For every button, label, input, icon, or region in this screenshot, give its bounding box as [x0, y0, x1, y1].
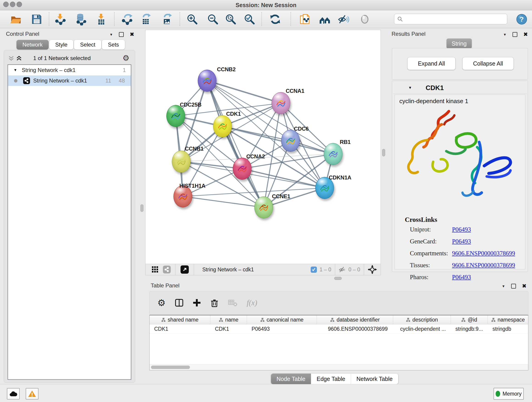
panel-maximize-icon[interactable] [119, 32, 124, 37]
zoom-in-button[interactable] [186, 13, 199, 26]
network-tree-child-row[interactable]: String Network – cdk1 11 48 [8, 75, 131, 86]
column-header-namespace[interactable]: namespace [488, 315, 528, 324]
zoom-selected-button[interactable] [243, 13, 256, 26]
panel-float-icon[interactable]: ▼ [503, 32, 507, 36]
compartments-link[interactable]: 9606.ENSP00000378699 [452, 250, 515, 257]
horizontal-scrollbar[interactable] [150, 364, 528, 370]
network-node-rb1[interactable] [324, 143, 342, 165]
column-header-name[interactable]: name [210, 315, 247, 324]
protein-ribbon-thumb [176, 156, 187, 167]
column-header-canonical-name[interactable]: canonical name [247, 315, 317, 324]
network-node-ccna2[interactable] [233, 158, 252, 180]
network-node-label-ccne1: CCNE1 [272, 193, 290, 200]
tab-network-table[interactable]: Network Table [351, 374, 398, 384]
pharos-link[interactable]: P06493 [452, 274, 471, 281]
import-table-button[interactable] [94, 13, 108, 26]
hide-selected-button[interactable] [337, 13, 350, 26]
zoom-fit-button[interactable] [224, 13, 237, 26]
cell-shared-name[interactable]: CDK1 [150, 324, 210, 333]
tab-edge-table[interactable]: Edge Table [311, 374, 351, 384]
right-splitter-handle[interactable] [382, 149, 385, 156]
network-tree-root-row[interactable]: ▼ String Network – cdk1 1 [8, 65, 131, 75]
tab-select[interactable]: Select [74, 40, 101, 50]
network-node-ccnb2[interactable] [198, 70, 216, 92]
clone-network-button[interactable] [298, 13, 311, 26]
selected-nodes-checkbox[interactable] [311, 267, 317, 273]
open-session-button[interactable] [9, 13, 22, 26]
cell-database-identifier[interactable]: 9606.ENSP00000378699 [317, 324, 393, 333]
search-input[interactable] [403, 16, 507, 22]
tab-string[interactable]: String [447, 38, 472, 49]
zoom-out-button[interactable] [206, 13, 220, 26]
table-options-gear-icon[interactable]: ⚙ [157, 298, 166, 307]
genecard-link[interactable]: P06493 [452, 238, 471, 245]
help-button[interactable]: ? [515, 13, 528, 26]
cloud-status-button[interactable] [7, 388, 20, 400]
view-toolbar-separator [194, 264, 194, 275]
expand-all-button[interactable]: Expand All [407, 57, 456, 70]
refresh-button[interactable] [268, 13, 282, 26]
export-table-button[interactable] [139, 13, 152, 26]
network-options-gear-icon[interactable]: ⚙ [123, 53, 129, 63]
network-node-ccnb1[interactable] [172, 151, 191, 172]
scrollbar-thumb[interactable] [151, 366, 190, 369]
search-field[interactable] [394, 14, 507, 24]
delete-column-icon[interactable] [210, 298, 219, 307]
network-node-ccne1[interactable] [254, 196, 273, 218]
panel-float-icon[interactable]: ▼ [109, 32, 113, 36]
tissues-link[interactable]: 9606.ENSP00000378699 [452, 262, 515, 269]
column-header-database-identifier[interactable]: database identifier [317, 315, 393, 324]
search-icon [397, 16, 403, 22]
cell-canonical-name[interactable]: P06493 [247, 324, 317, 333]
column-header-id[interactable]: @id [451, 315, 488, 324]
memory-button[interactable]: Memory [494, 388, 524, 400]
collapse-all-icon[interactable] [8, 56, 14, 61]
horizontal-splitter-handle[interactable] [334, 277, 342, 280]
home-button[interactable] [318, 13, 331, 26]
panel-close-icon[interactable]: ✖ [130, 31, 134, 38]
grid-view-icon[interactable] [152, 266, 159, 273]
show-columns-icon[interactable] [175, 298, 184, 307]
tree-expander-icon[interactable]: ▼ [13, 68, 17, 72]
fit-selected-crosshair-icon[interactable] [368, 265, 377, 274]
tab-style[interactable]: Style [49, 40, 73, 50]
import-network-from-database-button[interactable] [74, 13, 87, 26]
tab-network[interactable]: Network [17, 40, 49, 50]
cell-id[interactable]: stringdb:9... [451, 324, 488, 333]
selected-node-edge-counts: 1 – 0 [320, 267, 331, 273]
column-header-shared-name[interactable]: shared name [150, 315, 210, 324]
tab-sets[interactable]: Sets [102, 40, 125, 50]
panel-float-icon[interactable]: ▼ [502, 284, 505, 288]
panel-close-icon[interactable]: ✖ [523, 31, 528, 38]
string-view-icon[interactable] [163, 266, 171, 274]
panel-maximize-icon[interactable] [511, 284, 516, 288]
export-network-button[interactable] [120, 13, 134, 26]
table-row[interactable]: CDK1 CDK1 P06493 9606.ENSP00000378699 cy… [150, 324, 528, 334]
left-splitter-handle[interactable] [140, 204, 143, 212]
network-node-cdc6[interactable] [281, 130, 300, 152]
export-image-button[interactable] [160, 13, 174, 26]
add-column-icon[interactable] [193, 299, 201, 307]
show-all-button[interactable] [358, 13, 371, 26]
warnings-button[interactable] [26, 388, 38, 400]
cell-name[interactable]: CDK1 [210, 324, 247, 333]
collapse-all-button[interactable]: Collapse All [462, 57, 514, 70]
tab-node-table[interactable]: Node Table [271, 374, 311, 384]
entry-expander-icon[interactable]: ▼ [408, 86, 412, 90]
expand-all-icon[interactable] [16, 56, 22, 61]
network-node-cdc25b[interactable] [166, 105, 185, 127]
save-session-button[interactable] [30, 13, 43, 26]
network-node-cdk1[interactable] [213, 115, 232, 137]
network-canvas[interactable]: CCNB2CCNA1CDC25BCDK1CDC6RB1CCNB1CCNA2CDK… [146, 30, 380, 264]
panel-maximize-icon[interactable] [513, 32, 517, 37]
column-header-description[interactable]: description [393, 315, 451, 324]
node-entry-header[interactable]: ▼ CDK1 [393, 82, 527, 94]
panel-close-icon[interactable]: ✖ [522, 283, 526, 289]
import-network-button[interactable] [53, 13, 67, 26]
birds-eye-view-icon[interactable] [181, 265, 189, 274]
cell-description[interactable]: cyclin-dependent ... [393, 324, 451, 333]
cell-namespace[interactable]: stringdb [488, 324, 528, 333]
uniprot-link[interactable]: P06493 [452, 226, 471, 233]
network-node-ccna1[interactable] [272, 92, 290, 114]
hidden-items-icon[interactable] [338, 266, 346, 274]
